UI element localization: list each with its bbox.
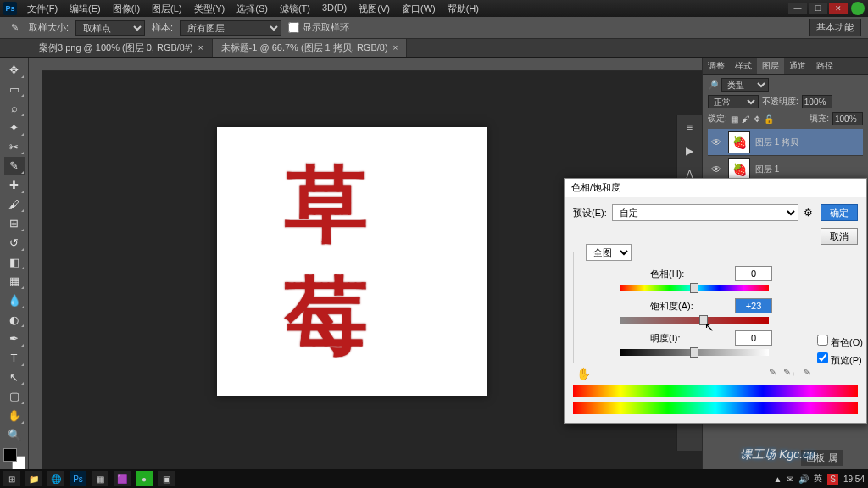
menu-3d[interactable]: 3D(D): [317, 1, 352, 17]
panel-tab-channels[interactable]: 通道: [784, 58, 811, 74]
saturation-slider[interactable]: ↖: [620, 317, 769, 324]
layer-thumbnail[interactable]: 🍓: [728, 131, 750, 153]
color-swatches[interactable]: [3, 448, 25, 469]
search-icon[interactable]: 🔎: [708, 80, 718, 90]
blend-mode-select[interactable]: 正常: [708, 95, 759, 108]
panel-tab-layers[interactable]: 图层: [757, 58, 784, 74]
history-icon[interactable]: ≡: [682, 119, 698, 136]
menu-layer[interactable]: 图层(L): [147, 1, 186, 17]
lock-brush-icon[interactable]: 🖌: [742, 114, 750, 124]
eyedropper-tool-icon[interactable]: ✎: [7, 20, 22, 36]
sample-size-select[interactable]: 取样点: [75, 20, 145, 36]
lock-all-icon[interactable]: 🔒: [764, 114, 774, 124]
move-tool[interactable]: ✥: [4, 61, 25, 79]
fill-input[interactable]: [832, 112, 863, 125]
channel-select[interactable]: 全图: [586, 244, 632, 261]
history-brush-tool[interactable]: ↺: [4, 234, 25, 252]
menu-image[interactable]: 图像(I): [108, 1, 145, 17]
hand-icon[interactable]: ✋: [576, 367, 591, 380]
layer-row[interactable]: 👁 🍓 图层 1 拷贝: [708, 129, 863, 156]
eyedropper-tool[interactable]: ✎: [4, 157, 25, 175]
opacity-input[interactable]: [802, 95, 832, 108]
lasso-tool[interactable]: ⌕: [4, 99, 25, 117]
shape-tool[interactable]: ▢: [4, 387, 25, 405]
marquee-tool[interactable]: ▭: [4, 80, 25, 98]
menu-select[interactable]: 选择(S): [231, 1, 273, 17]
hue-slider[interactable]: [620, 285, 769, 291]
dodge-tool[interactable]: ◐: [4, 311, 25, 329]
task-app2[interactable]: 🟪: [114, 471, 131, 486]
eyedropper-plus-icon[interactable]: ✎₊: [783, 367, 796, 380]
tab-doc2[interactable]: 未标题-1 @ 66.7% (图层 1 拷贝, RGB/8)×: [213, 39, 408, 57]
task-explorer[interactable]: 📁: [25, 471, 42, 486]
preset-select[interactable]: 自定: [612, 204, 798, 221]
lightness-input[interactable]: [735, 330, 772, 346]
canvas[interactable]: 草莓: [217, 127, 487, 396]
menu-filter[interactable]: 滤镜(T): [275, 1, 315, 17]
menu-type[interactable]: 类型(Y): [189, 1, 231, 17]
tray-s-icon[interactable]: S: [827, 474, 838, 485]
lock-pixels-icon[interactable]: ▦: [731, 114, 738, 124]
lightness-slider[interactable]: [620, 349, 769, 356]
ime-indicator[interactable]: 英: [814, 473, 822, 485]
maximize-button[interactable]: ☐: [809, 3, 827, 14]
menu-edit[interactable]: 编辑(E): [64, 1, 106, 17]
stamp-tool[interactable]: ⊞: [4, 214, 25, 232]
tray-volume-icon[interactable]: 🔊: [798, 474, 809, 484]
lock-position-icon[interactable]: ✥: [754, 114, 760, 124]
properties-tab[interactable]: 属: [828, 452, 837, 464]
blur-tool[interactable]: 💧: [4, 291, 25, 309]
play-icon[interactable]: ▶: [682, 142, 698, 159]
eraser-tool[interactable]: ◧: [4, 253, 25, 271]
ruler-horizontal[interactable]: [42, 58, 702, 71]
layer-name[interactable]: 图层 1 拷贝: [755, 136, 798, 148]
menu-window[interactable]: 窗口(W): [397, 1, 441, 17]
ruler-vertical[interactable]: [29, 71, 42, 469]
hue-saturation-dialog[interactable]: 色相/饱和度 预设(E): 自定 ⚙ 确定 取消 全图 色相(H): 饱和度(A…: [564, 178, 867, 424]
task-app3[interactable]: ●: [136, 471, 153, 486]
brush-tool[interactable]: 🖌: [4, 196, 25, 214]
start-button[interactable]: ⊞: [3, 471, 20, 486]
crop-tool[interactable]: ✂: [4, 138, 25, 156]
dialog-title[interactable]: 色相/饱和度: [565, 179, 866, 197]
close-icon[interactable]: ×: [198, 43, 203, 53]
minimize-button[interactable]: ―: [788, 3, 807, 14]
menu-file[interactable]: 文件(F): [22, 1, 63, 17]
preview-checkbox[interactable]: 预览(P): [817, 352, 863, 367]
magic-wand-tool[interactable]: ✦: [4, 119, 25, 136]
type-tool[interactable]: T: [4, 349, 25, 367]
layer-name[interactable]: 图层 1: [755, 164, 779, 175]
gear-icon[interactable]: ⚙: [804, 207, 815, 219]
tray-up-icon[interactable]: ▲: [773, 474, 782, 484]
panel-tab-paths[interactable]: 路径: [811, 58, 838, 74]
path-tool[interactable]: ↖: [4, 369, 25, 386]
visibility-icon[interactable]: 👁: [711, 136, 723, 148]
layer-filter-select[interactable]: 类型: [721, 78, 769, 92]
cancel-button[interactable]: 取消: [821, 228, 858, 245]
close-icon[interactable]: ×: [393, 43, 398, 53]
clock[interactable]: 19:54: [843, 474, 865, 484]
gradient-tool[interactable]: ▦: [4, 272, 25, 290]
hue-input[interactable]: [735, 266, 772, 281]
task-photoshop[interactable]: Ps: [70, 471, 86, 486]
panel-tab-adjust[interactable]: 调整: [703, 58, 730, 74]
eyedropper-minus-icon[interactable]: ✎₋: [803, 367, 815, 380]
ok-button[interactable]: 确定: [821, 204, 858, 221]
menu-view[interactable]: 视图(V): [353, 1, 395, 17]
eyedropper-icon[interactable]: ✎: [769, 367, 776, 380]
show-ring-checkbox[interactable]: 显示取样环: [288, 21, 349, 34]
zoom-tool[interactable]: 🔍: [4, 426, 25, 444]
panel-tab-style[interactable]: 样式: [730, 58, 757, 74]
task-app1[interactable]: ▦: [92, 471, 108, 486]
layer-thumbnail[interactable]: 🍓: [728, 158, 750, 180]
sample-source-select[interactable]: 所有图层: [180, 20, 281, 36]
extension-badge[interactable]: [851, 2, 865, 15]
task-browser[interactable]: 🌐: [47, 471, 64, 486]
heal-tool[interactable]: ✚: [4, 176, 25, 194]
colorize-checkbox[interactable]: 着色(O): [817, 335, 863, 349]
tab-doc1[interactable]: 案例3.png @ 100% (图层 0, RGB/8#)×: [31, 39, 213, 57]
hand-tool[interactable]: ✋: [4, 407, 25, 424]
saturation-input[interactable]: [735, 298, 772, 313]
close-button[interactable]: ✕: [829, 3, 848, 14]
tray-mail-icon[interactable]: ✉: [787, 474, 793, 484]
